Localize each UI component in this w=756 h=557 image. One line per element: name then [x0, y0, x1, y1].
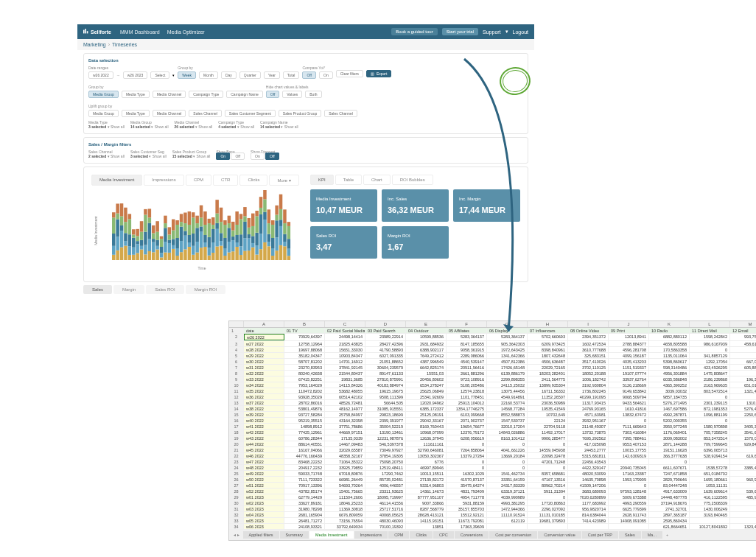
table-row[interactable]: 22w46 202244776,16643948358,3216737854,1…	[229, 453, 756, 459]
sheet-tab-4[interactable]: CPM	[388, 531, 409, 539]
table-row[interactable]: 7w31 202223270,8395337841,9214530604,239…	[229, 365, 756, 371]
table-row[interactable]: 31w03 202331980,7829811369,3081825717,51…	[229, 506, 756, 512]
option-media-type[interactable]: Media Type	[122, 91, 150, 98]
table-row[interactable]: 29w01 202362779,14429111504,260618095,71…	[229, 494, 756, 500]
col-B[interactable]: B	[284, 321, 325, 327]
clear-filters-button[interactable]: Clear filters	[336, 70, 363, 77]
table-row[interactable]: 14w38 202253801,4987648162,1497731085,91…	[229, 406, 756, 412]
table-row[interactable]: 23w47 202283468,2223271064,3532275098,20…	[229, 459, 756, 465]
compare-on[interactable]: On	[319, 71, 333, 79]
bottom-tab-2[interactable]: Sales ROI	[146, 285, 183, 294]
date-from[interactable]: w26 2022	[88, 71, 113, 79]
base-off[interactable]: Off	[231, 153, 245, 160]
nav-optimizer[interactable]: Media Optimizer	[167, 29, 205, 35]
option-both[interactable]: Both	[305, 91, 321, 98]
col-D[interactable]: D	[365, 321, 406, 327]
table-row[interactable]: 6w30 202258707,8120214701,1691221051,886…	[229, 359, 756, 365]
option-media-group[interactable]: Media Group	[88, 91, 119, 98]
col-I[interactable]: I	[568, 321, 609, 327]
disc-on[interactable]: On	[251, 153, 265, 160]
sheet-tab-12[interactable]: Ma...	[642, 531, 662, 539]
table-row[interactable]: 9w33 202267415,8225119831,368527810,8759…	[229, 376, 756, 382]
book-tour-button[interactable]: Book a guided tour	[391, 28, 437, 35]
table-row[interactable]: 24w48 2022204917,223233925,7985912519,48…	[229, 465, 756, 471]
option-week[interactable]: Week	[178, 71, 196, 79]
table-row[interactable]: 27w51 202270917,1339654693,702644006,446…	[229, 483, 756, 488]
table-row[interactable]: 26w50 20227111,72332266981,2644985735,02…	[229, 477, 756, 483]
option-sales-product-group[interactable]: Sales Product Group	[279, 110, 321, 117]
table-row[interactable]: 19w43 202260786,2834417135,033912231,987…	[229, 435, 756, 441]
bottom-tab-3[interactable]: Margin ROI	[186, 285, 226, 294]
kpi-tab-3[interactable]: ROI Bubbles	[392, 175, 433, 185]
bottom-tab-0[interactable]: Sales	[83, 285, 112, 294]
chart-tab-4[interactable]: Clicks	[239, 175, 267, 186]
base-on[interactable]: On	[216, 153, 230, 160]
table-row[interactable]: 8w32 202280240,4265821544,8043789147,611…	[229, 371, 756, 376]
option-year[interactable]: Year	[264, 71, 280, 79]
option-sales-customer-segment[interactable]: Sales Customer Segment	[225, 110, 276, 117]
chart-tab-1[interactable]: Impressions	[144, 175, 183, 186]
col-H[interactable]: H	[528, 321, 568, 327]
disc-off[interactable]: Off	[265, 153, 279, 160]
option-values[interactable]: Values	[282, 91, 302, 98]
col-C[interactable]: C	[325, 321, 365, 327]
table-row[interactable]: 34w06 202324108,9332133792,64903470100,1…	[229, 524, 756, 530]
table-row[interactable]: 4w28 202219697,8806815651,3303041790,588…	[229, 347, 756, 353]
table-row[interactable]: 18w42 202277425,1296144669,9715113190,13…	[229, 430, 756, 435]
sheet-tab-3[interactable]: Impressions	[354, 531, 388, 539]
option-sales-channel[interactable]: Sales Channel	[189, 110, 222, 117]
option-campaign-name[interactable]: Campaign Name	[226, 91, 263, 98]
table-row[interactable]: 10w34 20227953,16402914115,8432640183,88…	[229, 382, 756, 388]
kpi-tab-2[interactable]: Chart	[363, 175, 391, 185]
kpi-tab-0[interactable]: KPI	[310, 175, 334, 185]
option-off[interactable]: Off	[266, 91, 280, 98]
chart-tab-5[interactable]: More ▾	[269, 175, 298, 186]
date-to[interactable]: w26 2023	[123, 71, 148, 79]
add-sheet-button[interactable]: +	[663, 531, 671, 539]
option-media-channel[interactable]: Media Channel	[153, 91, 186, 98]
export-button[interactable]: ▥ Export	[366, 70, 391, 77]
table-row[interactable]: 5w29 202235182,0434710903,843476027,0913…	[229, 353, 756, 359]
sheet-tab-8[interactable]: Cost per conversion	[489, 531, 537, 539]
start-trial-button[interactable]: Start your trial	[442, 28, 478, 35]
table-row[interactable]: 11w35 2022110472,820253682,4805519615,19…	[229, 388, 756, 394]
option-campaign-type[interactable]: Campaign Type	[189, 91, 223, 98]
sheet-tab-10[interactable]: Cost per TRP	[582, 531, 618, 539]
compare-off[interactable]: Off	[302, 71, 316, 79]
chart-tab-2[interactable]: CPM	[186, 175, 211, 186]
table-row[interactable]: 13w37 202228702,8601648526,7248156644,50…	[229, 400, 756, 406]
option-sales-channel[interactable]: Sales Channel	[324, 110, 357, 117]
table-row[interactable]: 2w26 202270929,6439724498,1441423989,229…	[229, 334, 756, 341]
table-row[interactable]: 12w36 202293928,3502960514,421029508,111…	[229, 394, 756, 400]
breadcrumb-a[interactable]: Marketing	[83, 42, 106, 47]
col-J[interactable]: J	[609, 321, 649, 327]
table-row[interactable]: 25w49 202259033,7174867018,8087617290,74…	[229, 471, 756, 477]
option-media-channel[interactable]: Media Channel	[153, 110, 186, 117]
col-[interactable]	[229, 321, 244, 327]
table-row[interactable]: 28w52 202243782,8517415401,7566523311,93…	[229, 488, 756, 494]
table-row[interactable]: 16w40 202295219,3551543164,323982399,391…	[229, 418, 756, 424]
table-row[interactable]: 33w05 202326481,7127273156,7659448030,46…	[229, 518, 756, 524]
col-L[interactable]: L	[690, 321, 730, 327]
bottom-tab-1[interactable]: Margin	[113, 285, 144, 294]
col-F[interactable]: F	[447, 321, 487, 327]
table-row[interactable]: 20w44 202288614,4055114467,09483546,5397…	[229, 441, 756, 447]
kpi-tab-1[interactable]: Table	[335, 175, 362, 185]
sheet-tab-6[interactable]: CPC	[433, 531, 454, 539]
table-row[interactable]: 17w41 202214898,891237751,7868635004,522…	[229, 424, 756, 430]
table-row[interactable]: 32w04 20232681,1659046676,80905940068,05…	[229, 512, 756, 518]
support-menu[interactable]: Support	[483, 29, 501, 35]
col-E[interactable]: E	[406, 321, 447, 327]
table-row[interactable]: 3w27 202212758,1296421825,4382528427,423…	[229, 341, 756, 347]
col-A[interactable]: A	[244, 321, 284, 327]
col-G[interactable]: G	[487, 321, 528, 327]
option-month[interactable]: Month	[199, 71, 218, 79]
sheet-tab-5[interactable]: Clicks	[410, 531, 433, 539]
sheet-tab-1[interactable]: Summary	[280, 531, 309, 539]
option-media-group[interactable]: Media Group	[88, 110, 119, 117]
logout-link[interactable]: Logout	[513, 29, 528, 35]
sheet-nav-left[interactable]: ◂ ▸	[231, 531, 242, 539]
table-row[interactable]: 15w39 202293727,5828425758,8499729823,18…	[229, 412, 756, 418]
chart-tab-0[interactable]: Media Investment	[91, 175, 142, 186]
sheet-tab-11[interactable]: Sales	[619, 531, 641, 539]
